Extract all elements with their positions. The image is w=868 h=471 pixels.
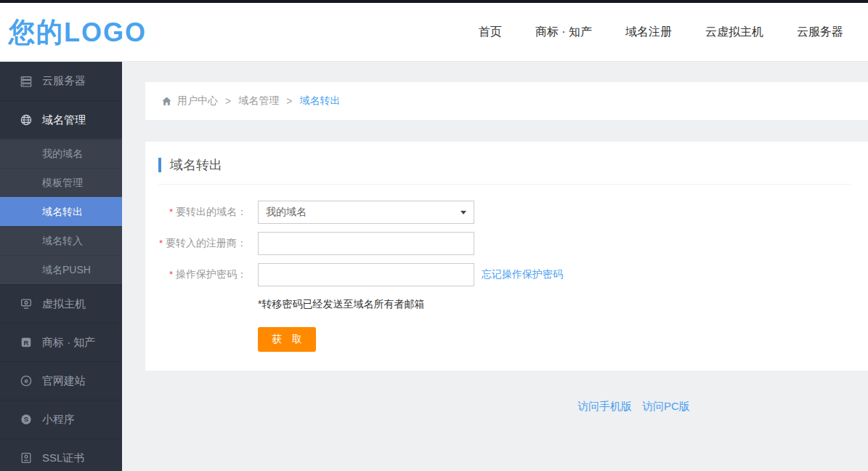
select-value: 我的域名 [266, 206, 307, 219]
sidebar-subitem[interactable]: 我的域名 [0, 139, 122, 168]
sidebar-submenu: 我的域名模板管理域名转出域名转入域名PUSH [0, 139, 122, 284]
sidebar-subitem[interactable]: 域名转入 [0, 226, 122, 255]
svg-text:e: e [24, 377, 28, 385]
field-label: *要转入的注册商： [158, 237, 247, 250]
sidebar-item[interactable]: SSL证书 [0, 438, 122, 471]
miniprogram-icon: S [20, 413, 33, 426]
required-asterisk: * [159, 238, 163, 249]
top-nav: 首页商标 · 知产域名注册云虚拟主机云服务器 [479, 25, 853, 40]
domain-select[interactable]: 我的域名 [258, 201, 474, 224]
sidebar-item[interactable]: e官网建站 [0, 361, 122, 400]
sidebar-item[interactable]: R商标 · 知产 [0, 323, 122, 361]
sidebar-item[interactable]: 域名管理 [0, 100, 122, 139]
sidebar-item-label: 商标 · 知产 [42, 336, 95, 350]
sidebar-subitem[interactable]: 域名PUSH [0, 255, 122, 284]
main-layout: 云服务器域名管理我的域名模板管理域名转出域名转入域名PUSH虚拟主机R商标 · … [0, 62, 868, 471]
top-nav-item[interactable]: 首页 [479, 25, 502, 40]
registrar-input[interactable] [258, 232, 474, 255]
field-label: *要转出的域名： [158, 206, 247, 219]
panel-title: 域名转出 [170, 156, 222, 174]
footer-link[interactable]: 访问PC版 [642, 400, 690, 412]
title-accent-bar [158, 158, 161, 172]
sidebar-subitem[interactable]: 域名转出 [0, 197, 122, 226]
host-icon [20, 297, 33, 310]
footer-links: 访问手机版访问PC版 [122, 400, 868, 414]
protect-password-input[interactable] [258, 263, 474, 286]
field-label: *操作保护密码： [158, 268, 247, 281]
sidebar: 云服务器域名管理我的域名模板管理域名转出域名转入域名PUSH虚拟主机R商标 · … [0, 62, 122, 471]
chevron-down-icon [461, 211, 466, 214]
sidebar-item[interactable]: S小程序 [0, 400, 122, 438]
content-area: 用户中心>域名管理>域名转出 域名转出 *要转出的域名：我的域名*要转入的注册商… [122, 62, 868, 471]
panel-title-row: 域名转出 [158, 156, 851, 184]
globe-icon [20, 113, 33, 126]
breadcrumb-item[interactable]: 用户中心 [177, 94, 218, 108]
panel-divider [158, 184, 851, 185]
transfer-form: *要转出的域名：我的域名*要转入的注册商：*操作保护密码：忘记操作保护密码 [158, 201, 851, 286]
logo[interactable]: 您的LOGO [9, 13, 147, 50]
transfer-out-panel: 域名转出 *要转出的域名：我的域名*要转入的注册商：*操作保护密码：忘记操作保护… [145, 142, 868, 371]
required-asterisk: * [169, 206, 173, 217]
breadcrumb-separator: > [286, 95, 292, 107]
home-icon[interactable] [161, 96, 172, 107]
certificate-icon [20, 451, 33, 464]
top-nav-item[interactable]: 云虚拟主机 [705, 25, 763, 40]
trademark-icon: R [20, 336, 33, 349]
transfer-password-note: *转移密码已经发送至域名所有者邮箱 [258, 298, 851, 311]
website-icon: e [20, 374, 33, 387]
forgot-password-link[interactable]: 忘记操作保护密码 [482, 268, 563, 281]
sidebar-item-label: 虚拟主机 [42, 297, 86, 311]
footer-link[interactable]: 访问手机版 [577, 400, 632, 412]
breadcrumb-item[interactable]: 域名转出 [299, 94, 340, 108]
get-password-button[interactable]: 获 取 [258, 327, 316, 352]
sidebar-item-label: 域名管理 [42, 113, 86, 127]
sidebar-item-label: 官网建站 [42, 374, 86, 388]
form-row: *要转入的注册商： [158, 232, 851, 255]
header: 您的LOGO 首页商标 · 知产域名注册云虚拟主机云服务器 [0, 3, 868, 62]
sidebar-subitem[interactable]: 模板管理 [0, 168, 122, 197]
form-row: *要转出的域名：我的域名 [158, 201, 851, 224]
top-nav-item[interactable]: 商标 · 知产 [535, 25, 592, 40]
server-icon [20, 75, 33, 88]
breadcrumb: 用户中心>域名管理>域名转出 [145, 82, 868, 120]
sidebar-item-label: 云服务器 [42, 74, 86, 88]
top-nav-item[interactable]: 域名注册 [625, 25, 672, 40]
svg-text:S: S [24, 415, 28, 423]
required-asterisk: * [169, 269, 173, 280]
sidebar-item-label: SSL证书 [42, 451, 84, 465]
form-row: *操作保护密码：忘记操作保护密码 [158, 263, 851, 286]
sidebar-item-label: 小程序 [42, 413, 75, 427]
top-nav-item[interactable]: 云服务器 [797, 25, 843, 40]
breadcrumb-item[interactable]: 域名管理 [238, 94, 279, 108]
svg-text:R: R [24, 339, 29, 347]
sidebar-item[interactable]: 虚拟主机 [0, 284, 122, 323]
breadcrumb-separator: > [225, 95, 231, 107]
sidebar-item[interactable]: 云服务器 [0, 62, 122, 100]
